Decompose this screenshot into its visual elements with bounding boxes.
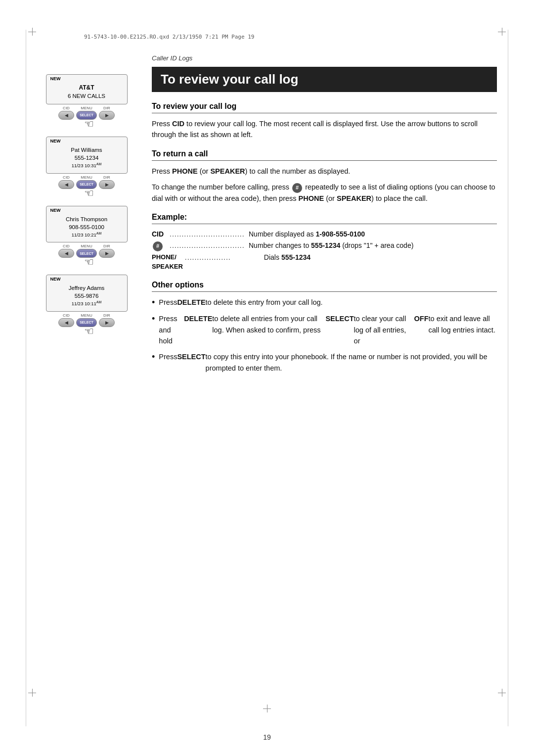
dir-btn-group-1: DIR ▶ — [99, 106, 115, 120]
ex-dots-3: ................... — [185, 252, 264, 263]
cid-btn-3[interactable]: ◀ — [58, 249, 74, 258]
new-badge-1: NEW — [50, 76, 61, 81]
dir-btn-4[interactable]: ▶ — [99, 318, 115, 327]
dir-label-2: DIR — [103, 175, 110, 180]
new-badge-4: NEW — [50, 277, 61, 282]
page-number: 19 — [263, 733, 271, 741]
registration-mark-tl — [28, 28, 36, 36]
menu-label-4: MENU — [81, 313, 92, 318]
ex-key-2: # — [152, 240, 170, 251]
cid-btn-group-1: CID ◀ — [58, 106, 74, 120]
menu-label-1: MENU — [81, 106, 92, 110]
return-text2: To change the number before calling, pre… — [152, 182, 497, 204]
menu-label-3: MENU — [81, 244, 92, 248]
phone-unit-3: NEW Chris Thompson 908-555-0100 11/23 10… — [46, 206, 128, 269]
ex-val-3: Dials 555-1234 — [264, 252, 311, 263]
ex-dots-2: ............................... — [170, 240, 249, 251]
cid-btn-group-4: CID ◀ — [58, 313, 74, 327]
cid-label-4: CID — [63, 313, 70, 318]
phone-unit-1: NEW AT&T 6 NEW CALLS CID ◀ MENU SELECT D… — [46, 74, 128, 131]
number-2: 555-1234 — [50, 154, 123, 162]
example-row-3: PHONE/SPEAKER ................... Dials … — [152, 252, 497, 272]
newcalls-1: 6 NEW CALLS — [50, 92, 123, 100]
name-3: Chris Thompson — [50, 215, 123, 223]
hand-cursor-2: ☞ — [84, 187, 94, 200]
dir-btn-group-2: DIR ▶ — [99, 175, 115, 189]
cid-btn-group-3: CID ◀ — [58, 244, 74, 258]
right-panel: Caller ID Logs To review your call log T… — [136, 54, 497, 716]
registration-mark-br — [498, 689, 506, 697]
hash-icon-2: # — [153, 241, 163, 251]
hand-cursor-4: ☞ — [84, 325, 94, 338]
dir-label-3: DIR — [103, 244, 110, 248]
dir-label-4: DIR — [103, 313, 110, 318]
phone-card-4: NEW Jeffrey Adams 555-9876 11/23 10:11AM — [46, 275, 128, 312]
dir-btn-2[interactable]: ▶ — [99, 180, 115, 189]
phone-unit-4: NEW Jeffrey Adams 555-9876 11/23 10:11AM… — [46, 275, 128, 338]
timestamp-4: 11/23 10:11AM — [50, 300, 123, 307]
ex-key-3: PHONE/SPEAKER — [152, 252, 183, 272]
dir-btn-1[interactable]: ▶ — [99, 111, 115, 120]
hand-cursor-1: ☞ — [84, 118, 94, 131]
cid-btn-1[interactable]: ◀ — [58, 111, 74, 120]
display-text-3: Chris Thompson 908-555-0100 11/23 10:21A… — [50, 209, 123, 240]
registration-mark-bl — [28, 689, 36, 697]
ex-key-1: CID — [152, 229, 170, 239]
hand-cursor-3: ☞ — [84, 256, 94, 269]
page-border-right — [508, 30, 508, 726]
cid-btn-2[interactable]: ◀ — [58, 180, 74, 189]
header-metadata: 91-5743-10-00.E2125.RO.qxd 2/13/1950 7:2… — [84, 34, 254, 40]
dir-btn-group-4: DIR ▶ — [99, 313, 115, 327]
phone-unit-2: NEW Pat Williams 555-1234 11/23 10:31AM … — [46, 137, 128, 200]
number-4: 555-9876 — [50, 292, 123, 300]
cid-btn-4[interactable]: ◀ — [58, 318, 74, 327]
ex-val-1: Number displayed as 1-908-555-0100 — [249, 229, 365, 239]
cid-label-1: CID — [63, 106, 70, 110]
example-row-1: CID ............................... Numb… — [152, 229, 497, 239]
new-badge-2: NEW — [50, 139, 61, 143]
content-wrapper: NEW AT&T 6 NEW CALLS CID ◀ MENU SELECT D… — [37, 54, 497, 716]
left-panel: NEW AT&T 6 NEW CALLS CID ◀ MENU SELECT D… — [37, 54, 136, 716]
page-title: To review your call log — [152, 67, 497, 92]
example-row-2: # ............................... Number… — [152, 240, 497, 251]
timestamp-3: 11/23 10:21AM — [50, 231, 123, 238]
bullet-item-3: Press SELECT to copy this entry into you… — [152, 351, 497, 374]
dir-label-1: DIR — [103, 106, 110, 110]
name-2: Pat Williams — [50, 146, 123, 154]
cid-label-3: CID — [63, 244, 70, 248]
timestamp-2: 11/23 10:31AM — [50, 162, 123, 169]
bullet-list: Press DELETE to delete this entry from y… — [152, 297, 497, 374]
phone-card-3: NEW Chris Thompson 908-555-0100 11/23 10… — [46, 206, 128, 243]
caller-id-logs-label: Caller ID Logs — [152, 54, 497, 62]
ex-dots-1: ............................... — [170, 229, 249, 239]
cid-label-2: CID — [63, 175, 70, 180]
number-3: 908-555-0100 — [50, 223, 123, 231]
return-text1: Press PHONE (or SPEAKER) to call the num… — [152, 166, 497, 177]
bullet-item-1: Press DELETE to delete this entry from y… — [152, 297, 497, 308]
return-heading: To return a call — [152, 149, 497, 161]
example-heading: Example: — [152, 213, 497, 224]
hash-icon: # — [292, 183, 302, 193]
page-border-left — [26, 30, 26, 726]
bullet-item-2: Press and hold DELETE to delete all entr… — [152, 313, 497, 346]
ex-val-2: Number changes to 555-1234 (drops "1" + … — [249, 240, 413, 251]
dir-btn-3[interactable]: ▶ — [99, 249, 115, 258]
phone-card-1: NEW AT&T 6 NEW CALLS — [46, 74, 128, 104]
review-text: Press CID to review your call log. The m… — [152, 118, 497, 141]
brand-1: AT&T — [50, 84, 123, 92]
new-badge-3: NEW — [50, 208, 61, 213]
other-heading: Other options — [152, 281, 497, 292]
dir-btn-group-3: DIR ▶ — [99, 244, 115, 258]
display-text-4: Jeffrey Adams 555-9876 11/23 10:11AM — [50, 278, 123, 309]
menu-label-2: MENU — [81, 175, 92, 180]
display-text-2: Pat Williams 555-1234 11/23 10:31AM — [50, 140, 123, 171]
cid-btn-group-2: CID ◀ — [58, 175, 74, 189]
display-text-1: AT&T 6 NEW CALLS — [50, 78, 123, 102]
registration-mark-tr — [498, 28, 506, 36]
review-heading: To review your call log — [152, 102, 497, 113]
phone-card-2: NEW Pat Williams 555-1234 11/23 10:31AM — [46, 137, 128, 174]
example-block: CID ............................... Numb… — [152, 229, 497, 271]
name-4: Jeffrey Adams — [50, 284, 123, 292]
